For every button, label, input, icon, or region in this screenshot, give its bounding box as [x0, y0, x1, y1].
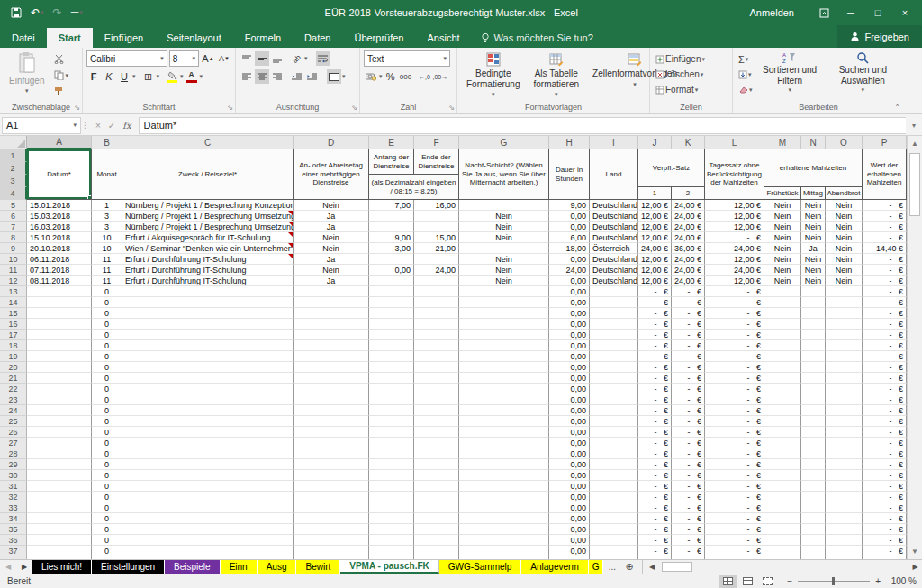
formula-input[interactable]: Datum*: [139, 117, 906, 134]
cell-P37[interactable]: - €: [863, 546, 907, 556]
cell-O34[interactable]: [826, 513, 863, 524]
cell-J23[interactable]: - €: [638, 394, 672, 405]
cell-N15[interactable]: [801, 308, 826, 319]
cell-L32[interactable]: - €: [705, 492, 764, 502]
cell-E15[interactable]: [369, 308, 414, 319]
cell-L21[interactable]: - €: [705, 373, 764, 384]
cell-L28[interactable]: - €: [705, 448, 764, 459]
header-cell-mittag[interactable]: Mittag: [801, 187, 826, 200]
row-header-23[interactable]: 23: [0, 394, 27, 405]
cell-K35[interactable]: - €: [672, 524, 705, 535]
cell-K18[interactable]: - €: [672, 340, 705, 351]
underline-dropdown-icon[interactable]: ▾: [132, 73, 136, 80]
cell-C24[interactable]: [122, 405, 294, 416]
cell-O35[interactable]: [826, 524, 863, 535]
cell-E33[interactable]: [369, 502, 414, 513]
accounting-dropdown-icon[interactable]: ▾: [379, 73, 383, 80]
maximize-button[interactable]: □: [864, 0, 891, 25]
cell-G30[interactable]: [459, 470, 549, 481]
cell-E12[interactable]: [369, 276, 414, 286]
cell-P6[interactable]: - €: [863, 211, 907, 222]
cell-G12[interactable]: Nein: [459, 276, 549, 286]
cell-P24[interactable]: - €: [863, 405, 907, 416]
header-cell-wert[interactable]: Wert der erhaltenen Mahlzeiten: [863, 149, 907, 200]
cell-F35[interactable]: [414, 524, 459, 535]
cell-M26[interactable]: [764, 427, 801, 438]
cell-J34[interactable]: - €: [638, 513, 672, 524]
cell-B31[interactable]: 0: [92, 481, 122, 492]
cell-O33[interactable]: [826, 502, 863, 513]
cell-I7[interactable]: Deutschland: [590, 222, 638, 232]
cell-N24[interactable]: [801, 405, 826, 416]
cell-O29[interactable]: [826, 459, 863, 470]
cell-G17[interactable]: [459, 330, 549, 340]
cell-F18[interactable]: [414, 340, 459, 351]
cell-H17[interactable]: 0,00: [549, 330, 590, 340]
tab-start[interactable]: Start: [47, 28, 93, 48]
cell-D23[interactable]: [294, 394, 369, 405]
expand-formula-bar-icon[interactable]: ▾: [906, 122, 922, 130]
row-header-11[interactable]: 11: [0, 265, 27, 276]
cell-H20[interactable]: 0,00: [549, 362, 590, 373]
cell-A20[interactable]: [27, 362, 92, 373]
cell-I17[interactable]: [590, 330, 638, 340]
cell-H31[interactable]: 0,00: [549, 481, 590, 492]
row-header-1[interactable]: 1: [0, 149, 27, 162]
cell-M33[interactable]: [764, 502, 801, 513]
cell-E37[interactable]: [369, 546, 414, 556]
horizontal-scroll-thumb[interactable]: [662, 562, 692, 572]
cell-D22[interactable]: [294, 384, 369, 394]
cell-B35[interactable]: 0: [92, 524, 122, 535]
row-header-22[interactable]: 22: [0, 384, 27, 394]
decrease-indent-button[interactable]: [289, 69, 303, 84]
cell-E34[interactable]: [369, 513, 414, 524]
cell-E24[interactable]: [369, 405, 414, 416]
cell-A13[interactable]: [27, 286, 92, 297]
cell-C29[interactable]: [122, 459, 294, 470]
cell-F10[interactable]: [414, 254, 459, 265]
cell-B6[interactable]: 3: [92, 211, 122, 222]
cell-C10[interactable]: Erfurt / Durchführung IT-Schulung: [122, 254, 294, 265]
cell-I28[interactable]: [590, 448, 638, 459]
cell-F17[interactable]: [414, 330, 459, 340]
cell-H10[interactable]: 0,00: [549, 254, 590, 265]
cell-D24[interactable]: [294, 405, 369, 416]
cell-C15[interactable]: [122, 308, 294, 319]
select-all-button[interactable]: [0, 136, 27, 149]
cell-L16[interactable]: - €: [705, 319, 764, 330]
cell-F6[interactable]: [414, 211, 459, 222]
cell-I34[interactable]: [590, 513, 638, 524]
cell-L15[interactable]: - €: [705, 308, 764, 319]
cell-K20[interactable]: - €: [672, 362, 705, 373]
row-header-32[interactable]: 32: [0, 492, 27, 502]
accounting-format-button[interactable]: [364, 69, 378, 84]
cell-E28[interactable]: [369, 448, 414, 459]
cell-F13[interactable]: [414, 286, 459, 297]
row-header-17[interactable]: 17: [0, 330, 27, 340]
row-header-6[interactable]: 6: [0, 211, 27, 222]
cell-C14[interactable]: [122, 297, 294, 308]
cell-D36[interactable]: [294, 535, 369, 546]
cell-N34[interactable]: [801, 513, 826, 524]
cell-E23[interactable]: [369, 394, 414, 405]
cell-K25[interactable]: - €: [672, 416, 705, 427]
cell-K7[interactable]: 24,00 €: [672, 222, 705, 232]
align-right-button[interactable]: [270, 69, 285, 84]
cell-M36[interactable]: [764, 535, 801, 546]
cell-D18[interactable]: [294, 340, 369, 351]
cell-A34[interactable]: [27, 513, 92, 524]
cell-M16[interactable]: [764, 319, 801, 330]
cell-K15[interactable]: - €: [672, 308, 705, 319]
sheet-tab-anlageverm[interactable]: Anlageverm: [521, 560, 588, 574]
scroll-down-icon[interactable]: ▼: [908, 544, 922, 559]
cell-I5[interactable]: Deutschland: [590, 200, 638, 211]
cell-O19[interactable]: [826, 351, 863, 362]
header-cell-fruehstueck[interactable]: Frühstück: [764, 187, 801, 200]
cell-M30[interactable]: [764, 470, 801, 481]
cell-F5[interactable]: 16,00: [414, 200, 459, 211]
cell-A22[interactable]: [27, 384, 92, 394]
cell-O11[interactable]: Nein: [826, 265, 863, 276]
cell-B37[interactable]: 0: [92, 546, 122, 556]
cell-K27[interactable]: - €: [672, 438, 705, 448]
cell-L22[interactable]: - €: [705, 384, 764, 394]
